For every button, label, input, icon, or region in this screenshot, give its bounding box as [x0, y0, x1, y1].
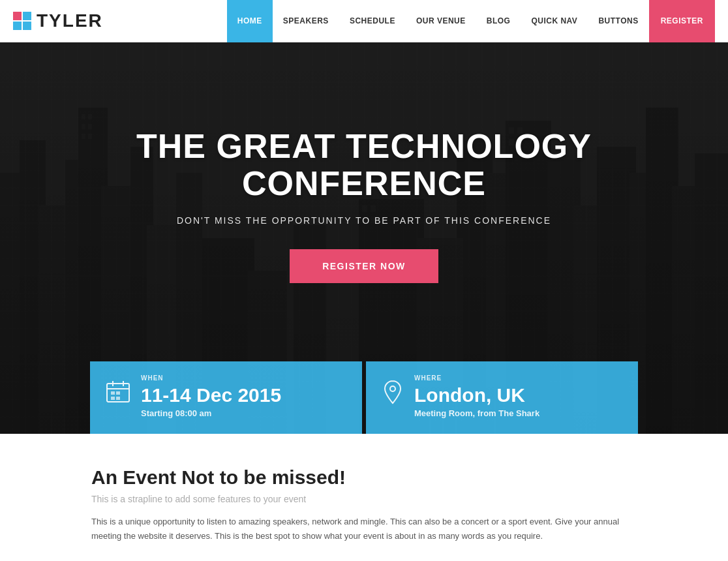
where-label: WHERE [414, 374, 539, 382]
where-sub: Meeting Room, from The Shark [414, 408, 539, 418]
event-strapline: This is a strapline to add some features… [91, 494, 637, 504]
nav-venue[interactable]: OUR VENUE [406, 0, 476, 42]
event-title: An Event Not to be missed! [91, 466, 637, 489]
nav-register[interactable]: REGISTER [649, 0, 715, 42]
hero-title: THE GREAT TECHNOLOGY CONFERENCE [26, 128, 702, 202]
nav-home[interactable]: HOME [227, 0, 273, 42]
hero-section: THE GREAT TECHNOLOGY CONFERENCE DON'T MI… [0, 42, 728, 434]
nav-buttons[interactable]: BUTTONS [588, 0, 648, 42]
nav-schedule[interactable]: SCHEDULE [339, 0, 406, 42]
logo-text: TYLER [37, 10, 103, 31]
when-sub: Starting 08:00 am [141, 408, 281, 418]
svg-rect-44 [116, 391, 120, 395]
main-nav: HOME SPEAKERS SCHEDULE OUR VENUE BLOG QU… [227, 0, 715, 42]
when-date: 11-14 Dec 2015 [141, 384, 281, 406]
nav-quicknav[interactable]: QUICK NAV [521, 0, 588, 42]
logo: TYLER [13, 10, 103, 31]
nav-blog[interactable]: BLOG [476, 0, 521, 42]
calendar-icon [106, 380, 130, 410]
when-label: WHEN [141, 374, 281, 382]
nav-speakers[interactable]: SPEAKERS [273, 0, 339, 42]
svg-rect-43 [111, 391, 115, 395]
where-city: London, UK [414, 384, 539, 406]
header: TYLER HOME SPEAKERS SCHEDULE OUR VENUE B… [0, 0, 728, 42]
svg-rect-45 [111, 397, 115, 400]
svg-point-47 [390, 386, 395, 391]
location-icon [382, 380, 404, 410]
hero-subtitle: DON'T MISS THE OPPORTUNITY TO BE PART OF… [26, 215, 702, 226]
when-content: WHEN 11-14 Dec 2015 Starting 08:00 am [141, 374, 281, 418]
body-section: An Event Not to be missed! This is a str… [0, 434, 728, 561]
event-description: This is a unique opportunity to listen t… [91, 515, 637, 543]
info-boxes: WHEN 11-14 Dec 2015 Starting 08:00 am WH… [90, 361, 638, 434]
svg-rect-46 [116, 397, 120, 400]
hero-content: THE GREAT TECHNOLOGY CONFERENCE DON'T MI… [0, 128, 728, 283]
register-now-button[interactable]: REGISTER NOW [290, 249, 438, 283]
where-content: WHERE London, UK Meeting Room, from The … [414, 374, 539, 418]
where-box: WHERE London, UK Meeting Room, from The … [366, 361, 638, 434]
when-box: WHEN 11-14 Dec 2015 Starting 08:00 am [90, 361, 362, 434]
logo-icon [13, 12, 31, 30]
